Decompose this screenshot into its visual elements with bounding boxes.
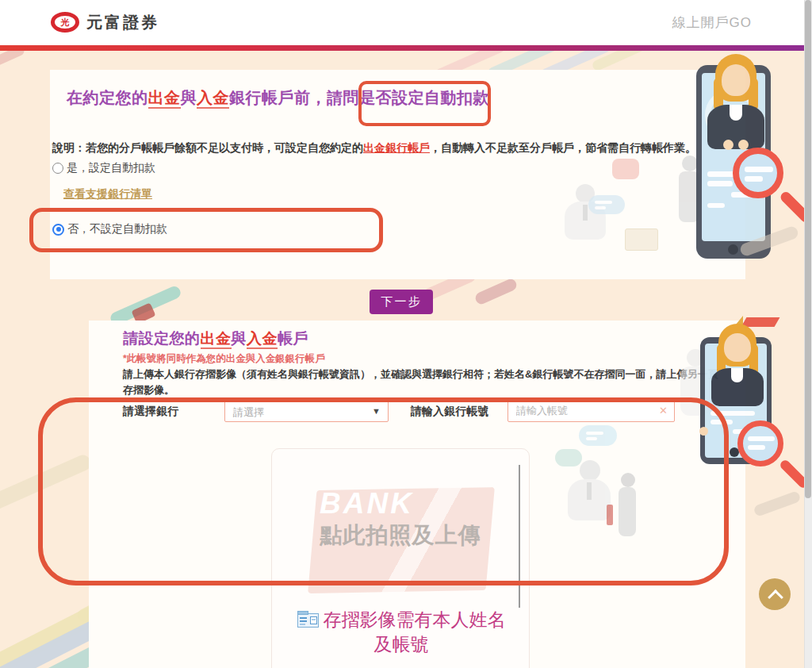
radio-unselected-icon (52, 163, 63, 174)
magnifier-illustration (733, 148, 812, 259)
radio-no-label: 否，不設定自動扣款 (67, 222, 167, 236)
account-input-label: 請輸入銀行帳號 (411, 405, 488, 419)
back-to-top-button[interactable] (759, 578, 791, 610)
chat-bubble-illustration (579, 425, 617, 446)
chat-icon-illustration (612, 159, 639, 179)
caret-down-icon: ▼ (372, 406, 381, 416)
clear-input-icon[interactable]: ✕ (659, 405, 668, 417)
panel-scrollbar-thumb[interactable] (519, 465, 520, 608)
upload-instruction: 請上傳本人銀行存摺影像（須有姓名與銀行帳號資訊），並確認與選擇銀行相符；若姓名&… (123, 367, 719, 398)
chat-bubble-illustration (588, 195, 625, 214)
bank-setup-title: 請設定您的出金與入金帳戶 (123, 328, 308, 349)
next-step-button[interactable]: 下一步 (370, 290, 433, 314)
radio-yes-label: 是，設定自動扣款 (67, 161, 155, 175)
auto-debit-question-title: 在約定您的出金與入金銀行帳戶前，請問是否設定自動扣款 (67, 87, 489, 109)
page-subtitle: 線上開戶GO (672, 13, 752, 32)
passbook-requirement-note: 存摺影像需有本人姓名及帳號 (293, 608, 509, 657)
chevron-up-icon (768, 589, 783, 605)
person-illustration (615, 473, 642, 549)
deco-stripe (473, 277, 518, 305)
bank-watermark-text: BANK (320, 487, 414, 520)
brand-logo[interactable]: 光 元富證券 (51, 11, 159, 33)
passbook-upload-area[interactable]: BANK 點此拍照及上傳 存摺影像需有本人姓名及帳號 (271, 448, 530, 668)
bank-select-placeholder: 請選擇 (233, 405, 264, 420)
advisor-face (722, 64, 750, 96)
radio-selected-icon (52, 224, 64, 236)
radio-no-auto-debit[interactable]: 否，不設定自動扣款 (52, 222, 167, 236)
brand-name: 元富證券 (86, 12, 159, 33)
supported-bank-list-link[interactable]: 查看支援銀行清單 (63, 187, 152, 202)
auto-debit-description: 說明：若您的分戶帳帳戶餘額不足以支付時，可設定自您約定的出金銀行帳戶，自動轉入不… (52, 141, 739, 155)
envelope-illustration (625, 228, 658, 251)
account-shared-note: *此帳號將同時作為您的出金與入金銀銀行帳戶 (123, 352, 325, 366)
bank-select-label: 請選擇銀行 (123, 405, 178, 419)
passbook-icon (297, 611, 320, 628)
account-input[interactable] (508, 400, 659, 421)
page-scrollbar-thumb[interactable] (805, 0, 811, 498)
header-gradient-divider (0, 45, 812, 51)
sun-logo-icon: 光 (51, 12, 79, 33)
radio-yes-auto-debit[interactable]: 是，設定自動扣款 (52, 161, 155, 175)
bank-account-setup-card: 請設定您的出金與入金帳戶 *此帳號將同時作為您的出金與入金銀銀行帳戶 請上傳本人… (89, 321, 745, 668)
deco-stripe (0, 452, 94, 515)
account-input-wrap: ✕ (508, 399, 675, 422)
bank-select[interactable]: 請選擇 ▼ (224, 399, 389, 422)
upload-hint-text: 點此拍照及上傳 (272, 520, 529, 551)
magnifier-illustration (737, 420, 812, 524)
